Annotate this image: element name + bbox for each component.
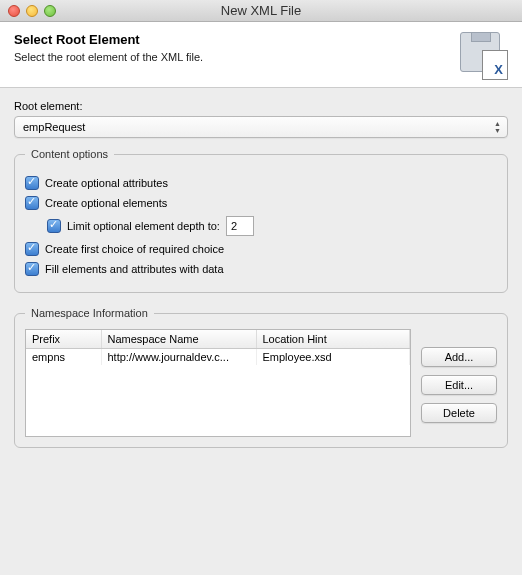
- chevron-up-down-icon: ▲▼: [494, 120, 501, 134]
- create-optional-elements-label: Create optional elements: [45, 197, 167, 209]
- delete-button[interactable]: Delete: [421, 403, 497, 423]
- create-optional-elements-checkbox[interactable]: [25, 196, 39, 210]
- page-title: Select Root Element: [14, 32, 203, 47]
- root-element-dropdown[interactable]: empRequest ▲▼: [14, 116, 508, 138]
- page-subtitle: Select the root element of the XML file.: [14, 51, 203, 63]
- create-first-choice-checkbox[interactable]: [25, 242, 39, 256]
- cell-namespace-name: http://www.journaldev.c...: [101, 348, 256, 365]
- add-button[interactable]: Add...: [421, 347, 497, 367]
- edit-button[interactable]: Edit...: [421, 375, 497, 395]
- col-prefix[interactable]: Prefix: [26, 330, 101, 348]
- limit-depth-checkbox[interactable]: [47, 219, 61, 233]
- content-options-group: Content options Create optional attribut…: [14, 148, 508, 293]
- cell-prefix: empns: [26, 348, 101, 365]
- limit-depth-label: Limit optional element depth to:: [67, 220, 220, 232]
- xml-file-icon: [460, 32, 508, 80]
- window-title: New XML File: [0, 3, 522, 18]
- fill-data-label: Fill elements and attributes with data: [45, 263, 224, 275]
- create-optional-attributes-checkbox[interactable]: [25, 176, 39, 190]
- content-options-legend: Content options: [25, 148, 114, 160]
- limit-depth-input[interactable]: [226, 216, 254, 236]
- titlebar: New XML File: [0, 0, 522, 22]
- cell-location-hint: Employee.xsd: [256, 348, 410, 365]
- root-element-label: Root element:: [14, 100, 508, 112]
- create-first-choice-label: Create first choice of required choice: [45, 243, 224, 255]
- namespace-table[interactable]: Prefix Namespace Name Location Hint empn…: [25, 329, 411, 437]
- namespace-info-group: Namespace Information Prefix Namespace N…: [14, 307, 508, 448]
- col-location-hint[interactable]: Location Hint: [256, 330, 410, 348]
- col-namespace-name[interactable]: Namespace Name: [101, 330, 256, 348]
- create-optional-attributes-label: Create optional attributes: [45, 177, 168, 189]
- table-row[interactable]: empns http://www.journaldev.c... Employe…: [26, 348, 410, 365]
- fill-data-checkbox[interactable]: [25, 262, 39, 276]
- root-element-value: empRequest: [23, 121, 85, 133]
- namespace-info-legend: Namespace Information: [25, 307, 154, 319]
- wizard-header: Select Root Element Select the root elem…: [0, 22, 522, 88]
